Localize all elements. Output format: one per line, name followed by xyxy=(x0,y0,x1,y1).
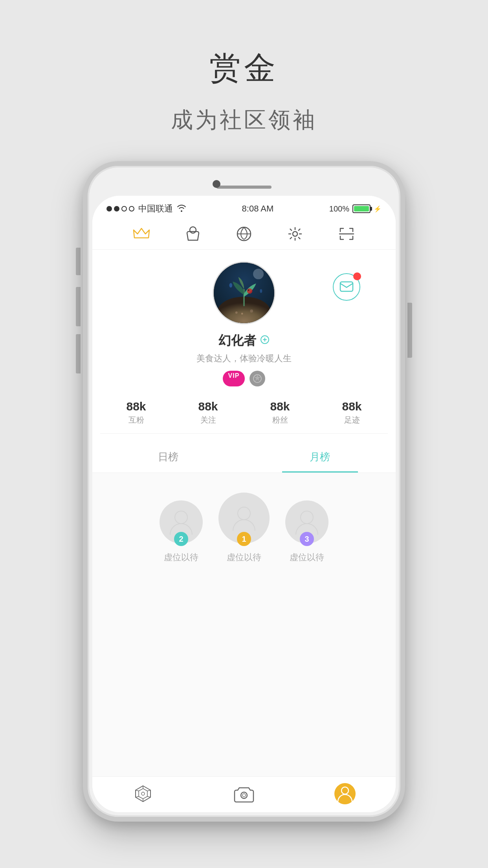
svg-point-13 xyxy=(253,268,264,279)
settings-nav-icon[interactable] xyxy=(285,224,305,244)
svg-point-16 xyxy=(175,511,187,524)
charging-icon: ⚡ xyxy=(374,205,382,213)
svg-line-24 xyxy=(147,796,150,797)
svg-line-23 xyxy=(147,790,150,791)
signal-dot-1 xyxy=(106,206,112,211)
stat-footprint[interactable]: 88k 足迹 xyxy=(342,400,361,425)
rank-badge-1: 1 xyxy=(237,532,251,546)
leaderboard-section: 2 虚位以待 1 虚位以待 xyxy=(92,473,396,776)
stat-following[interactable]: 88k 关注 xyxy=(198,400,218,425)
user-bio: 美食达人，体验冷暖人生 xyxy=(196,353,292,364)
status-time: 8:08 AM xyxy=(242,204,274,214)
stat-fans-label: 粉丝 xyxy=(272,415,288,425)
side-button-vol-down xyxy=(76,334,81,373)
hexagon-icon xyxy=(132,783,154,804)
stat-following-number: 88k xyxy=(198,400,218,413)
bottom-tab-camera[interactable] xyxy=(226,783,262,804)
wifi-icon xyxy=(177,204,186,214)
phone-mockup: 中国联通 8:08 AM 100% xyxy=(83,161,405,822)
svg-line-27 xyxy=(136,790,139,791)
stat-fans-number: 88k xyxy=(270,400,290,413)
podium-name-2: 虚位以待 xyxy=(164,552,198,563)
signal-dot-4 xyxy=(129,206,134,211)
top-nav xyxy=(92,219,396,250)
side-button-vol-up xyxy=(76,287,81,326)
svg-point-0 xyxy=(190,227,196,233)
signal-dots xyxy=(106,206,134,211)
stat-mutual[interactable]: 88k 互粉 xyxy=(126,400,146,425)
svg-point-7 xyxy=(248,289,250,291)
status-bar: 中国联通 8:08 AM 100% xyxy=(92,196,396,219)
podium-avatar-1: 1 xyxy=(218,493,270,544)
battery-percentage: 100% xyxy=(329,204,349,213)
svg-point-6 xyxy=(247,288,252,293)
podium-item-2: 2 虚位以待 xyxy=(160,500,203,563)
podium-name-1: 虚位以待 xyxy=(227,552,261,563)
phone-shell: 中国联通 8:08 AM 100% xyxy=(83,161,405,822)
side-button-mute xyxy=(76,248,81,275)
page-main-title: 赏金 xyxy=(171,47,317,90)
user-avatar xyxy=(213,261,275,324)
signal-dot-3 xyxy=(121,206,127,211)
scan-nav-icon[interactable] xyxy=(337,224,356,244)
stat-footprint-label: 足迹 xyxy=(344,415,360,425)
podium-name-3: 虚位以待 xyxy=(290,552,324,563)
svg-point-12 xyxy=(260,289,262,293)
rank-badge-2: 2 xyxy=(174,532,188,546)
podium-avatar-3: 3 xyxy=(285,500,328,544)
level-badge xyxy=(250,371,265,386)
status-left: 中国联通 xyxy=(106,203,186,215)
message-badge xyxy=(353,272,361,280)
svg-point-10 xyxy=(241,313,243,315)
stats-row: 88k 互粉 88k 关注 88k 粉丝 88k 足迹 xyxy=(100,396,388,434)
svg-point-11 xyxy=(229,283,232,288)
bag-nav-icon[interactable] xyxy=(183,224,203,244)
crown-nav-icon[interactable] xyxy=(132,224,151,244)
edit-icon[interactable] xyxy=(260,335,270,347)
stat-fans[interactable]: 88k 粉丝 xyxy=(270,400,290,425)
tab-monthly[interactable]: 月榜 xyxy=(244,441,396,473)
status-right: 100% ⚡ xyxy=(329,204,382,213)
camera-icon xyxy=(233,783,255,804)
page-sub-title: 成为社区领袖 xyxy=(171,105,317,135)
stat-following-label: 关注 xyxy=(200,415,216,425)
camera-dot xyxy=(213,180,220,188)
svg-point-17 xyxy=(238,507,250,520)
phone-screen: 中国联通 8:08 AM 100% xyxy=(92,196,396,812)
battery-icon xyxy=(352,204,371,213)
vip-badge: VIP xyxy=(223,371,245,386)
side-button-power xyxy=(407,303,412,358)
user-badges: VIP xyxy=(223,371,266,386)
svg-point-18 xyxy=(301,511,313,524)
tab-daily[interactable]: 日榜 xyxy=(92,441,244,473)
bottom-tab-profile[interactable] xyxy=(327,783,363,804)
stat-footprint-number: 88k xyxy=(342,400,361,413)
profile-area: 幻化者 美食达人，体验冷暖人生 VIP xyxy=(92,250,396,441)
svg-point-9 xyxy=(250,309,253,313)
svg-point-30 xyxy=(341,787,349,794)
rank-badge-3: 3 xyxy=(300,532,314,546)
svg-point-28 xyxy=(241,792,247,798)
carrier-text: 中国联通 xyxy=(138,203,173,215)
signal-dot-2 xyxy=(114,206,119,211)
leaderboard-tabs: 日榜 月榜 xyxy=(92,441,396,473)
svg-point-21 xyxy=(141,792,145,795)
bottom-tab-home[interactable] xyxy=(125,783,161,804)
user-name: 幻化者 xyxy=(218,332,256,349)
podium-item-1: 1 虚位以待 xyxy=(218,493,270,563)
bottom-tabbar xyxy=(92,776,396,812)
svg-line-26 xyxy=(136,796,139,797)
svg-marker-20 xyxy=(139,789,147,799)
svg-point-29 xyxy=(242,794,246,797)
person-icon xyxy=(334,783,356,804)
podium-avatar-2: 2 xyxy=(160,500,203,544)
podium-item-3: 3 虚位以待 xyxy=(285,500,328,563)
svg-rect-3 xyxy=(340,282,353,291)
svg-point-8 xyxy=(235,311,238,314)
user-name-row: 幻化者 xyxy=(218,332,270,349)
stat-mutual-label: 互粉 xyxy=(128,415,144,425)
globe-nav-icon[interactable] xyxy=(234,224,254,244)
stat-mutual-number: 88k xyxy=(126,400,146,413)
podium-row: 2 虚位以待 1 虚位以待 xyxy=(108,485,380,571)
svg-point-2 xyxy=(293,232,297,236)
